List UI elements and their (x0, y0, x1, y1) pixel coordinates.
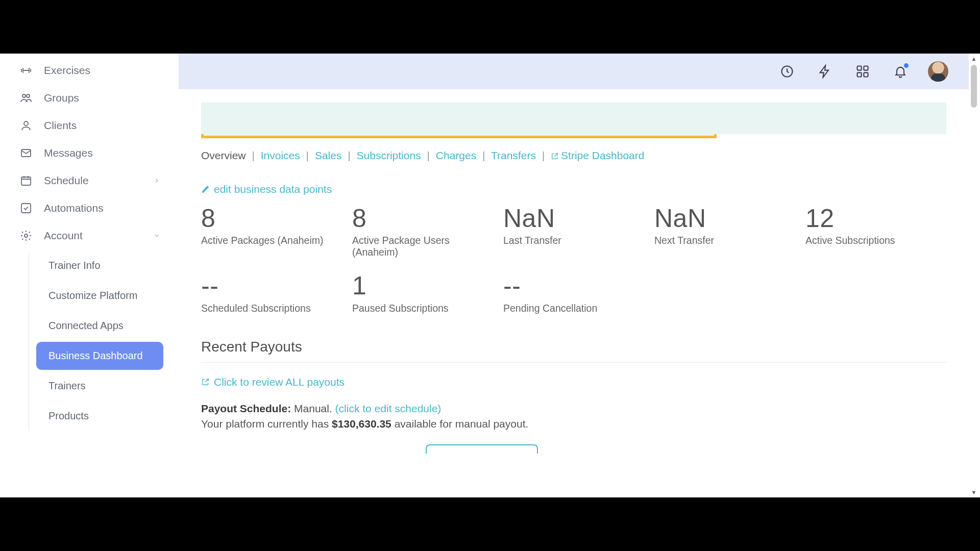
metric-value: 8 (352, 205, 493, 232)
notification-dot (904, 63, 909, 68)
subnav-tabs: Overview | Invoices | Sales | Subscripti… (201, 149, 946, 163)
groups-icon (19, 91, 33, 105)
apps-grid-icon-button[interactable] (852, 61, 873, 82)
chevron-right-icon (153, 174, 160, 187)
sidebar-item-label: Account (44, 230, 83, 242)
partial-button-top-edge[interactable] (426, 444, 538, 454)
lightning-icon-button[interactable] (815, 61, 835, 82)
sidebar: Exercises Groups Clients Messages Schedu… (0, 54, 179, 497)
sidebar-item-groups[interactable]: Groups (0, 84, 179, 112)
external-link-icon (551, 151, 559, 163)
tab-stripe-dashboard[interactable]: Stripe Dashboard (551, 149, 644, 161)
vertical-scrollbar[interactable]: ▲ ▼ (969, 54, 979, 497)
available-for-payout-line: Your platform currently has $130,630.35 … (201, 418, 946, 430)
external-link-icon (201, 378, 210, 386)
metric-value: -- (503, 272, 644, 299)
pencil-icon (201, 185, 210, 194)
metric-value: 8 (201, 205, 342, 232)
metric-scheduled-subscriptions: -- Scheduled Subscriptions (201, 272, 342, 314)
subitem-connected-apps[interactable]: Connected Apps (36, 312, 163, 340)
svg-point-5 (22, 94, 26, 97)
scrollbar-thumb[interactable] (971, 65, 977, 108)
metric-last-transfer: NaN Last Transfer (503, 205, 644, 259)
svg-point-7 (24, 121, 28, 126)
subitem-trainers[interactable]: Trainers (36, 372, 163, 400)
tab-subscriptions[interactable]: Subscriptions (357, 149, 421, 161)
sidebar-item-label: Messages (44, 147, 93, 159)
subitem-trainer-info[interactable]: Trainer Info (36, 252, 163, 280)
metric-label: Active Packages (Anaheim) (201, 235, 342, 246)
sidebar-item-label: Exercises (44, 64, 90, 77)
metric-value: -- (201, 272, 342, 299)
payout-schedule-line: Payout Schedule: Manual. (click to edit … (201, 403, 946, 415)
sidebar-item-clients[interactable]: Clients (0, 112, 179, 139)
metrics-grid: 8 Active Packages (Anaheim) 8 Active Pac… (201, 205, 946, 314)
edit-business-data-points-link[interactable]: edit business data points (201, 183, 332, 195)
svg-point-11 (24, 234, 28, 237)
tab-invoices[interactable]: Invoices (261, 149, 300, 161)
apps-grid-icon (855, 64, 870, 79)
sidebar-item-label: Groups (44, 92, 79, 104)
metric-value: 12 (805, 205, 946, 232)
letterbox-bottom (0, 497, 980, 551)
tab-sales[interactable]: Sales (315, 149, 342, 161)
section-divider (201, 362, 946, 363)
tab-transfers[interactable]: Transfers (491, 149, 536, 161)
scrollbar-up-arrow-icon[interactable]: ▲ (969, 54, 979, 64)
recent-payouts-heading: Recent Payouts (201, 339, 946, 355)
clock-icon (780, 64, 794, 79)
metric-label: Active Subscriptions (805, 235, 946, 246)
sidebar-item-automations[interactable]: Automations (0, 194, 179, 222)
svg-rect-10 (21, 204, 31, 213)
metric-label: Active Package Users (Anaheim) (352, 235, 493, 258)
subitem-customize-platform[interactable]: Customize Platform (36, 282, 163, 310)
metric-active-package-users: 8 Active Package Users (Anaheim) (352, 205, 493, 259)
main-content: Any newly added custom metrics are being… (179, 89, 969, 497)
dumbbell-icon (19, 64, 33, 77)
sidebar-item-label: Schedule (44, 174, 89, 187)
svg-rect-1 (857, 66, 862, 70)
metric-label: Paused Subscriptions (352, 303, 493, 314)
sidebar-item-account[interactable]: Account (0, 222, 179, 249)
payout-schedule-label: Payout Schedule: (201, 403, 291, 414)
review-all-payouts-link[interactable]: Click to review ALL payouts (201, 376, 345, 388)
edit-payout-schedule-link[interactable]: (click to edit schedule) (335, 403, 442, 414)
scrollbar-down-arrow-icon[interactable]: ▼ (969, 487, 979, 497)
lightning-icon (818, 64, 832, 79)
subitem-products[interactable]: Products (36, 402, 163, 430)
notifications-bell-button[interactable] (890, 61, 911, 82)
app-viewport: Exercises Groups Clients Messages Schedu… (0, 54, 980, 497)
metric-active-packages: 8 Active Packages (Anaheim) (201, 205, 342, 259)
tab-overview[interactable]: Overview (201, 149, 246, 161)
letterbox-top (0, 0, 980, 54)
subitem-business-dashboard[interactable]: Business Dashboard (36, 342, 163, 370)
alert-background-strip (201, 103, 946, 134)
sidebar-item-label: Clients (44, 119, 77, 132)
tab-charges[interactable]: Charges (436, 149, 476, 161)
payout-schedule-value: Manual. (294, 403, 332, 414)
metric-label: Scheduled Subscriptions (201, 303, 342, 314)
svg-point-6 (27, 94, 30, 97)
metric-label: Next Transfer (654, 235, 795, 246)
metric-pending-cancellation: -- Pending Cancellation (503, 272, 644, 314)
mail-icon (19, 146, 33, 160)
chevron-down-icon (153, 230, 160, 242)
svg-rect-4 (864, 72, 868, 77)
person-icon (19, 119, 33, 132)
metric-value: NaN (654, 205, 795, 232)
avatar[interactable] (928, 61, 948, 82)
metric-label: Last Transfer (503, 235, 644, 246)
svg-rect-9 (21, 177, 31, 185)
metric-next-transfer: NaN Next Transfer (654, 205, 795, 259)
metric-value: NaN (503, 205, 644, 232)
account-submenu: Trainer Info Customize Platform Connecte… (29, 252, 179, 430)
svg-rect-2 (864, 66, 868, 70)
checkbox-icon (19, 202, 33, 215)
sidebar-item-label: Automations (44, 202, 104, 214)
sidebar-item-schedule[interactable]: Schedule (0, 167, 179, 194)
clock-icon-button[interactable] (777, 61, 797, 82)
sidebar-item-messages[interactable]: Messages (0, 139, 179, 167)
topbar (179, 54, 969, 89)
sidebar-item-exercises[interactable]: Exercises (0, 57, 179, 84)
metric-label: Pending Cancellation (503, 303, 644, 314)
